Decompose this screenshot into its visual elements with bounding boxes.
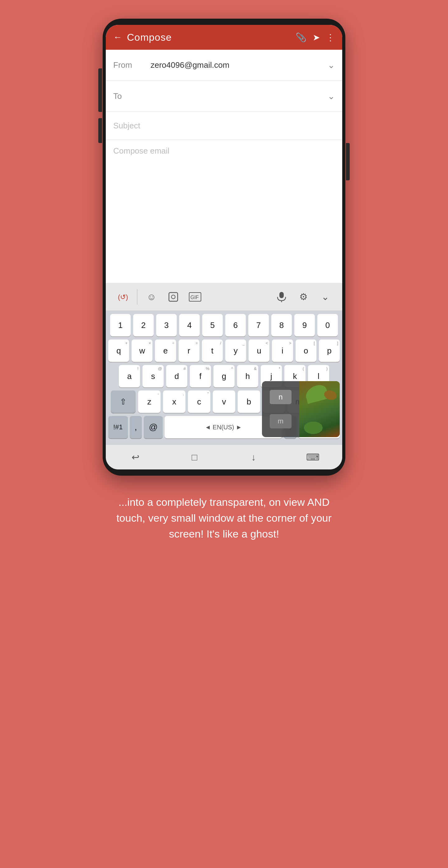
to-label: To <box>113 91 151 101</box>
symbols-key[interactable]: !#1 <box>108 416 128 438</box>
key-c[interactable]: "c <box>188 391 210 413</box>
body-placeholder: Compose email <box>113 146 170 155</box>
svg-point-2 <box>172 295 175 299</box>
top-bar-right: 📎 ➤ ⋮ <box>296 32 335 42</box>
send-icon[interactable]: ➤ <box>313 32 320 42</box>
key-d[interactable]: #d <box>166 365 187 388</box>
from-row: From zero4096@gmail.com ⌄ <box>106 50 342 81</box>
key-x[interactable]: ,x <box>163 391 185 413</box>
key-t[interactable]: /t <box>202 340 223 362</box>
key-2[interactable]: 2 <box>133 314 154 336</box>
key-p[interactable]: ]p <box>319 340 340 362</box>
nav-back-icon[interactable]: ↩ <box>123 448 148 467</box>
qwerty-row: +q ×w ÷e =r /t _y <u >i [o ]p <box>108 340 340 362</box>
key-8[interactable]: 8 <box>271 314 292 336</box>
translate-icon[interactable]: (↺) <box>112 286 134 308</box>
key-w[interactable]: ×w <box>131 340 152 362</box>
sticker-icon[interactable] <box>162 286 184 308</box>
key-7[interactable]: 7 <box>248 314 269 336</box>
phone-frame: ← Compose 📎 ➤ ⋮ From zero4096@gmail.com … <box>103 19 345 476</box>
ghost-key-m[interactable]: m <box>270 414 292 428</box>
nav-home-icon[interactable]: □ <box>182 448 207 467</box>
svg-text:(↺): (↺) <box>118 293 128 301</box>
emoji-icon[interactable]: ☺ <box>141 286 162 308</box>
key-6[interactable]: 6 <box>225 314 246 336</box>
key-v[interactable]: v <box>213 391 235 413</box>
nav-keyboard-icon[interactable]: ⌨ <box>300 448 325 467</box>
key-0[interactable]: 0 <box>317 314 338 336</box>
from-value[interactable]: zero4096@gmail.com <box>151 60 328 70</box>
back-icon[interactable]: ← <box>113 32 122 42</box>
key-z[interactable]: -z <box>138 391 160 413</box>
key-4[interactable]: 4 <box>179 314 200 336</box>
suggestion-ghost-popup: n m <box>262 381 340 437</box>
compose-body[interactable]: Compose email <box>106 140 342 283</box>
shift-key[interactable]: ⇧ <box>111 391 136 413</box>
from-label: From <box>113 60 151 70</box>
subject-row[interactable]: Subject <box>106 112 342 140</box>
key-u[interactable]: <u <box>248 340 269 362</box>
to-row: To ⌄ <box>106 81 342 112</box>
svg-text:GIF: GIF <box>190 295 199 300</box>
top-bar-left: ← Compose <box>113 32 172 43</box>
keyboard-toolbar: (↺) ☺ GIF <box>106 283 342 311</box>
collapse-keyboard-icon[interactable]: ⌄ <box>314 286 336 308</box>
compose-area: From zero4096@gmail.com ⌄ To ⌄ Subject C… <box>106 50 342 283</box>
key-f[interactable]: %f <box>190 365 211 388</box>
key-q[interactable]: +q <box>108 340 129 362</box>
ghost-keys-area: n m <box>262 381 299 437</box>
attachment-icon[interactable]: 📎 <box>296 32 306 42</box>
key-e[interactable]: ÷e <box>155 340 176 362</box>
ghost-key-n[interactable]: n <box>270 390 292 404</box>
key-3[interactable]: 3 <box>156 314 177 336</box>
key-a[interactable]: !a <box>119 365 140 388</box>
svg-rect-1 <box>169 292 178 301</box>
comma-key[interactable]: , <box>130 416 142 438</box>
gif-icon[interactable]: GIF <box>184 286 206 308</box>
key-5[interactable]: 5 <box>202 314 223 336</box>
bottom-nav: ↩ □ ↓ ⌨ <box>106 444 342 469</box>
from-chevron-icon[interactable]: ⌄ <box>328 60 335 70</box>
key-1[interactable]: 1 <box>110 314 131 336</box>
top-bar: ← Compose 📎 ➤ ⋮ <box>106 25 342 50</box>
numbers-row: 1 2 3 4 5 6 7 8 9 0 <box>108 314 340 336</box>
key-h[interactable]: &h <box>237 365 258 388</box>
more-icon[interactable]: ⋮ <box>326 32 335 42</box>
key-9[interactable]: 9 <box>294 314 315 336</box>
svg-rect-5 <box>279 292 284 298</box>
keyboard-area: 1 2 3 4 5 6 7 8 9 0 +q ×w ÷e =r <box>106 311 342 444</box>
key-b[interactable]: b <box>238 391 260 413</box>
nav-down-icon[interactable]: ↓ <box>241 448 266 467</box>
settings-icon[interactable]: ⚙ <box>293 286 314 308</box>
mic-icon[interactable] <box>271 286 293 308</box>
key-o[interactable]: [o <box>296 340 317 362</box>
key-y[interactable]: _y <box>225 340 246 362</box>
key-g[interactable]: ^g <box>213 365 235 388</box>
ghost-image-bottom <box>304 422 323 434</box>
zxcv-suggestion-container: ⇧ -z ,x "c v b n ?m ⌫ n m <box>108 391 340 413</box>
key-i[interactable]: >i <box>272 340 293 362</box>
page-wrapper: ← Compose 📎 ➤ ⋮ From zero4096@gmail.com … <box>0 0 448 868</box>
app-title: Compose <box>127 32 172 43</box>
key-s[interactable]: @s <box>143 365 163 388</box>
phone-screen: ← Compose 📎 ➤ ⋮ From zero4096@gmail.com … <box>106 25 342 469</box>
key-r[interactable]: =r <box>179 340 200 362</box>
to-chevron-icon[interactable]: ⌄ <box>328 91 335 101</box>
at-key[interactable]: @ <box>144 416 162 438</box>
caption-text: ...into a completely transparent, on vie… <box>115 494 333 542</box>
ghost-image <box>299 381 340 437</box>
subject-input[interactable]: Subject <box>113 121 335 131</box>
toolbar-divider <box>137 289 138 305</box>
